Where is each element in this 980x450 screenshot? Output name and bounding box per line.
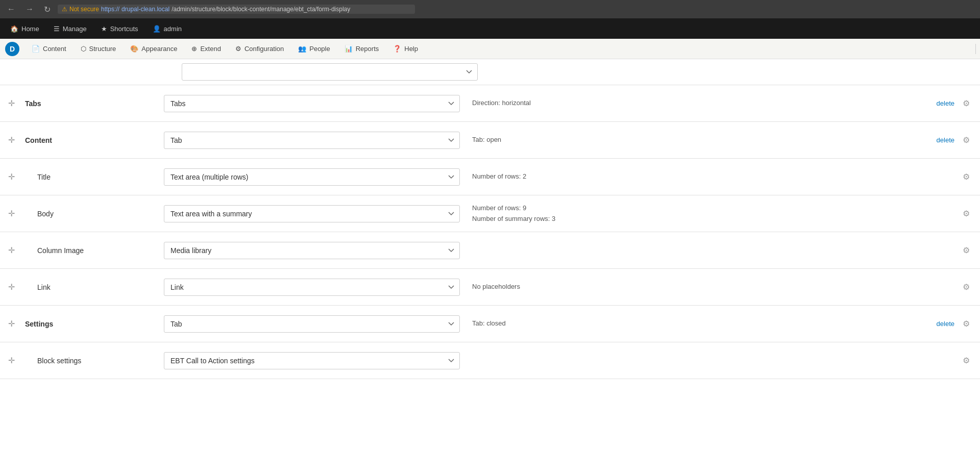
toolbar-manage[interactable]: ☰ Manage	[47, 22, 93, 36]
nav-appearance[interactable]: 🎨 Appearance	[123, 41, 184, 57]
title-gear-button[interactable]: ⚙	[961, 170, 972, 184]
help-icon: ❓	[393, 45, 401, 53]
settings-delete-link[interactable]: delete	[937, 320, 954, 328]
nav-separator	[975, 44, 976, 54]
column-image-gear-button[interactable]: ⚙	[961, 243, 972, 257]
nav-help-label: Help	[404, 45, 418, 53]
nav-content-label: Content	[43, 45, 66, 53]
settings-actions: delete ⚙	[930, 317, 972, 331]
title-select[interactable]: Text area (multiple rows) Text field Hid…	[164, 168, 460, 186]
reload-button[interactable]: ↻	[41, 4, 54, 15]
link-actions: ⚙	[954, 280, 972, 294]
url-domain: drupal-clean.local	[121, 6, 169, 13]
tabs-gear-button[interactable]: ⚙	[961, 96, 972, 110]
nav-reports[interactable]: 📊 Reports	[337, 41, 386, 57]
link-select-wrapper: Link Hidden	[164, 279, 460, 296]
url-path: /admin/structure/block/block-content/man…	[172, 6, 350, 13]
nav-extend[interactable]: ⊕ Extend	[184, 41, 228, 57]
toolbar-manage-label: Manage	[63, 25, 87, 33]
forward-button[interactable]: →	[22, 4, 37, 15]
extend-icon: ⊕	[191, 45, 197, 53]
configuration-icon: ⚙	[235, 45, 241, 53]
toolbar-admin[interactable]: 👤 admin	[146, 22, 188, 36]
top-partial-row	[0, 59, 980, 85]
link-label: Link	[21, 283, 164, 291]
column-image-select-wrapper: Media library Hidden	[164, 242, 460, 259]
title-label: Title	[21, 173, 164, 181]
nav-people-label: People	[309, 45, 330, 53]
settings-label: Settings	[21, 320, 164, 328]
block-settings-gear-button[interactable]: ⚙	[961, 354, 972, 367]
back-button[interactable]: ←	[4, 4, 18, 15]
nav-help[interactable]: ❓ Help	[386, 41, 425, 57]
star-icon: ★	[101, 25, 107, 33]
appearance-icon: 🎨	[130, 45, 138, 53]
settings-row: ✛ Settings Tab Hidden Tab: closed delete…	[0, 306, 980, 342]
tabs-delete-link[interactable]: delete	[937, 99, 954, 107]
top-partial-select[interactable]	[182, 63, 478, 81]
content-info: Tab: open	[460, 135, 930, 145]
link-gear-button[interactable]: ⚙	[961, 280, 972, 294]
toolbar-shortcuts[interactable]: ★ Shortcuts	[95, 22, 144, 36]
settings-gear-button[interactable]: ⚙	[961, 317, 972, 331]
nav-content[interactable]: 📄 Content	[24, 41, 74, 57]
drag-handle-tabs[interactable]: ✛	[8, 98, 15, 108]
block-settings-label: Block settings	[21, 357, 164, 365]
tabs-info: Direction: horizontal	[460, 98, 930, 109]
security-warning-icon: ⚠	[62, 6, 67, 13]
nav-configuration[interactable]: ⚙ Configuration	[228, 41, 291, 57]
toolbar-admin-label: admin	[164, 25, 182, 33]
toolbar-shortcuts-label: Shortcuts	[110, 25, 138, 33]
people-icon: 👥	[298, 45, 306, 53]
title-actions: ⚙	[954, 170, 972, 184]
address-bar[interactable]: ⚠ Not secure https:// drupal-clean.local…	[58, 5, 415, 14]
content-label: Content	[21, 136, 164, 144]
content-delete-link[interactable]: delete	[937, 136, 954, 144]
drag-handle-body[interactable]: ✛	[8, 209, 15, 218]
title-info: Number of rows: 2	[460, 171, 954, 182]
nav-reports-label: Reports	[356, 45, 379, 53]
body-label: Body	[21, 210, 164, 218]
structure-icon: ⬡	[81, 45, 86, 53]
main-content: ✛ Tabs Tabs Hidden Direction: horizontal…	[0, 59, 980, 379]
body-actions: ⚙	[954, 207, 972, 220]
body-select-wrapper: Text area with a summary Text field Hidd…	[164, 205, 460, 222]
block-settings-actions: ⚙	[954, 354, 972, 367]
content-actions: delete ⚙	[930, 133, 972, 147]
body-row: ✛ Body Text area with a summary Text fie…	[0, 195, 980, 232]
nav-extend-label: Extend	[200, 45, 220, 53]
toolbar-home-label: Home	[21, 25, 39, 33]
drag-handle-content[interactable]: ✛	[8, 135, 15, 145]
content-gear-button[interactable]: ⚙	[961, 133, 972, 147]
body-select[interactable]: Text area with a summary Text field Hidd…	[164, 205, 460, 222]
title-select-wrapper: Text area (multiple rows) Text field Hid…	[164, 168, 460, 186]
manage-icon: ☰	[54, 25, 60, 33]
nav-people[interactable]: 👥 People	[291, 41, 337, 57]
drag-handle-block-settings[interactable]: ✛	[8, 356, 15, 365]
drag-handle-title[interactable]: ✛	[8, 172, 15, 182]
settings-select-wrapper: Tab Hidden	[164, 315, 460, 333]
tabs-select[interactable]: Tabs Hidden	[164, 95, 460, 112]
link-select[interactable]: Link Hidden	[164, 279, 460, 296]
drag-handle-link[interactable]: ✛	[8, 282, 15, 292]
nav-structure-label: Structure	[89, 45, 116, 53]
nav-structure[interactable]: ⬡ Structure	[74, 41, 124, 57]
svg-text:D: D	[10, 45, 15, 53]
settings-select[interactable]: Tab Hidden	[164, 315, 460, 333]
drag-handle-settings[interactable]: ✛	[8, 319, 15, 329]
body-gear-button[interactable]: ⚙	[961, 207, 972, 220]
column-image-select[interactable]: Media library Hidden	[164, 242, 460, 259]
block-settings-row: ✛ Block settings EBT Call to Action sett…	[0, 342, 980, 379]
nav-configuration-label: Configuration	[244, 45, 284, 53]
title-row: ✛ Title Text area (multiple rows) Text f…	[0, 159, 980, 195]
link-info: No placeholders	[460, 282, 954, 292]
block-settings-select[interactable]: EBT Call to Action settings Hidden	[164, 352, 460, 369]
drag-handle-column-image[interactable]: ✛	[8, 245, 15, 255]
content-select[interactable]: Tab Hidden	[164, 132, 460, 149]
tabs-select-wrapper: Tabs Hidden	[164, 95, 460, 112]
reports-icon: 📊	[345, 45, 353, 53]
person-icon: 👤	[153, 25, 161, 33]
block-settings-select-wrapper: EBT Call to Action settings Hidden	[164, 352, 460, 369]
toolbar-home[interactable]: 🏠 Home	[4, 22, 45, 36]
drupal-logo: D	[4, 41, 20, 57]
